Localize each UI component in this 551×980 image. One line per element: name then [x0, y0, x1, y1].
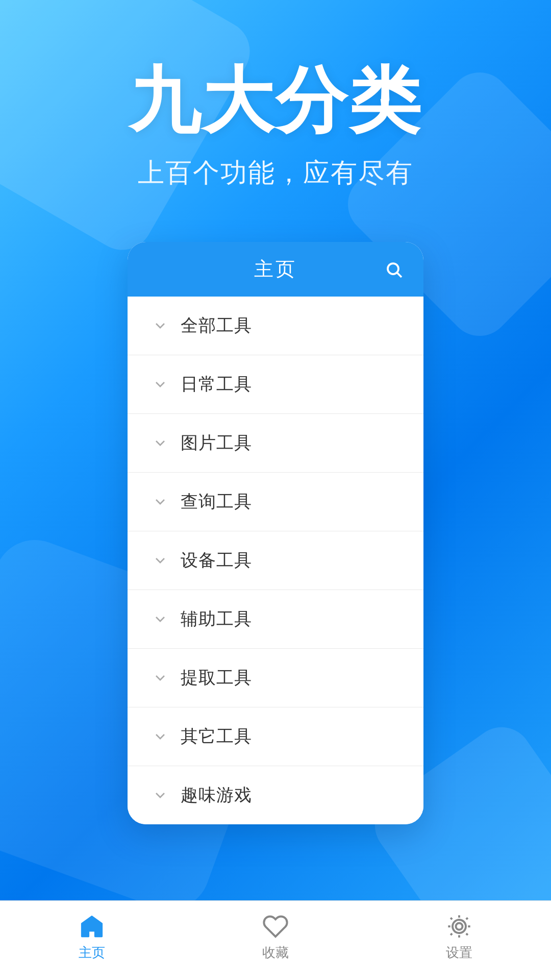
- nav-item-home[interactable]: 主页: [51, 913, 133, 962]
- menu-item-label: 其它工具: [181, 725, 252, 748]
- menu-item-label: 设备工具: [181, 549, 252, 572]
- menu-item-label: 查询工具: [181, 490, 252, 513]
- hero-section: 九大分类 上百个功能，应有尽有: [0, 0, 551, 222]
- menu-item-assist-tools[interactable]: 辅助工具: [128, 590, 423, 649]
- svg-point-0: [388, 263, 398, 274]
- nav-item-favorites[interactable]: 收藏: [235, 913, 316, 962]
- svg-point-2: [456, 923, 463, 930]
- chevron-down-icon: [152, 435, 168, 451]
- svg-line-1: [397, 273, 402, 277]
- menu-item-label: 趣味游戏: [181, 783, 252, 807]
- menu-item-device-tools[interactable]: 设备工具: [128, 531, 423, 590]
- svg-point-3: [453, 920, 466, 933]
- chevron-down-icon: [152, 670, 168, 686]
- chevron-down-icon: [152, 552, 168, 569]
- content-wrapper: 九大分类 上百个功能，应有尽有 主页 全部工具日常工具图片工具查询工具设备工具辅…: [0, 0, 551, 980]
- menu-item-image-tools[interactable]: 图片工具: [128, 414, 423, 473]
- chevron-down-icon: [152, 494, 168, 510]
- heart-icon: [262, 913, 289, 940]
- nav-label-home: 主页: [79, 944, 105, 962]
- menu-item-label: 图片工具: [181, 431, 252, 455]
- bottom-nav: 主页 收藏 设置: [0, 900, 551, 980]
- menu-item-query-tools[interactable]: 查询工具: [128, 473, 423, 531]
- nav-item-settings[interactable]: 设置: [418, 913, 500, 962]
- settings-icon: [446, 913, 472, 940]
- menu-item-label: 辅助工具: [181, 607, 252, 631]
- hero-title: 九大分类: [31, 61, 520, 140]
- search-icon: [385, 260, 403, 279]
- home-icon: [79, 913, 105, 940]
- chevron-down-icon: [152, 611, 168, 627]
- nav-label-favorites: 收藏: [262, 944, 289, 962]
- chevron-down-icon: [152, 376, 168, 393]
- menu-item-daily-tools[interactable]: 日常工具: [128, 355, 423, 414]
- nav-label-settings: 设置: [446, 944, 472, 962]
- menu-item-label: 全部工具: [181, 314, 252, 337]
- phone-header-title: 主页: [254, 256, 297, 282]
- chevron-down-icon: [152, 787, 168, 803]
- chevron-down-icon: [152, 728, 168, 745]
- menu-item-fun-games[interactable]: 趣味游戏: [128, 766, 423, 824]
- menu-list: 全部工具日常工具图片工具查询工具设备工具辅助工具提取工具其它工具趣味游戏: [128, 297, 423, 824]
- menu-item-label: 提取工具: [181, 666, 252, 690]
- search-button[interactable]: [383, 258, 405, 281]
- menu-item-extract-tools[interactable]: 提取工具: [128, 649, 423, 707]
- menu-item-label: 日常工具: [181, 373, 252, 396]
- menu-item-other-tools[interactable]: 其它工具: [128, 707, 423, 766]
- phone-header: 主页: [128, 242, 423, 297]
- menu-item-all-tools[interactable]: 全部工具: [128, 297, 423, 355]
- hero-subtitle: 上百个功能，应有尽有: [31, 155, 520, 191]
- phone-mockup: 主页 全部工具日常工具图片工具查询工具设备工具辅助工具提取工具其它工具趣味游戏: [128, 242, 423, 824]
- chevron-down-icon: [152, 317, 168, 334]
